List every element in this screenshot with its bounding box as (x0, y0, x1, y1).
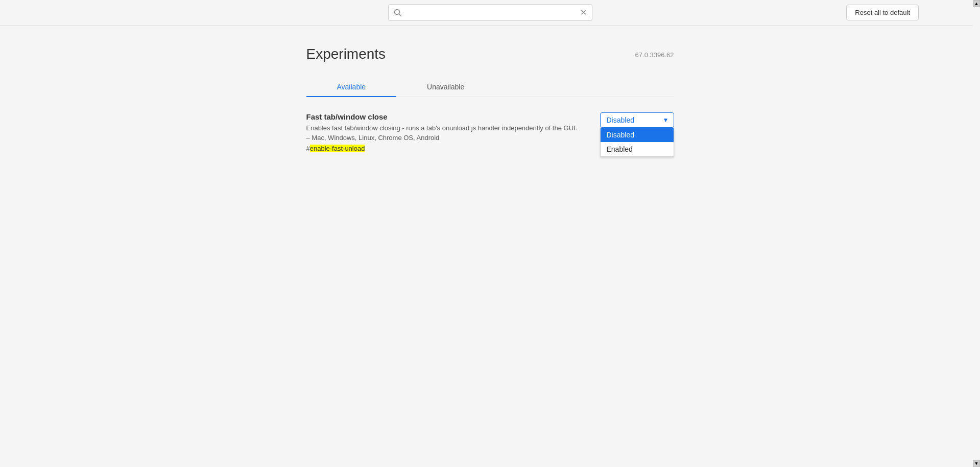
dropdown-container: Disabled Enabled ▼ Disabled Enabled (600, 112, 674, 128)
scrollbar-down-button[interactable]: ▼ (973, 460, 980, 467)
dropdown-option-disabled[interactable]: Disabled (601, 128, 674, 142)
tabs: Available Unavailable (306, 78, 674, 97)
flag-item: Fast tab/window close Enables fast tab/w… (306, 112, 674, 152)
reset-all-button[interactable]: Reset all to default (846, 5, 919, 20)
dropdown-open-list: Disabled Enabled (600, 128, 674, 157)
scrollbar-track: ▲ ▼ (973, 0, 980, 467)
dropdown-option-enabled[interactable]: Enabled (601, 142, 674, 156)
scrollbar-up-button[interactable]: ▲ (973, 0, 980, 7)
clear-icon[interactable]: ✕ (580, 8, 587, 17)
svg-line-1 (399, 14, 401, 16)
top-bar: enable-fast-unload ✕ Reset all to defaul… (0, 0, 980, 26)
flag-description: Enables fast tab/window closing - runs a… (306, 124, 590, 132)
search-input[interactable]: enable-fast-unload (406, 9, 576, 17)
flag-dropdown[interactable]: Disabled Enabled (600, 112, 674, 128)
main-content: Experiments 67.0.3396.62 Available Unava… (296, 26, 684, 173)
search-container: enable-fast-unload ✕ (388, 4, 592, 21)
flag-anchor: #enable-fast-unload (306, 145, 590, 152)
search-icon (394, 9, 402, 17)
flag-anchor-text[interactable]: enable-fast-unload (310, 145, 365, 152)
tab-unavailable[interactable]: Unavailable (396, 78, 495, 97)
tab-available[interactable]: Available (306, 78, 397, 97)
flag-platforms: – Mac, Windows, Linux, Chrome OS, Androi… (306, 134, 590, 142)
version-text: 67.0.3396.62 (635, 46, 674, 59)
tabs-container: Available Unavailable (306, 78, 674, 97)
page-title: Experiments (306, 46, 386, 62)
flag-name: Fast tab/window close (306, 112, 590, 121)
flag-anchor-prefix: # (306, 145, 310, 152)
page-header: Experiments 67.0.3396.62 (306, 46, 674, 62)
flag-info: Fast tab/window close Enables fast tab/w… (306, 112, 590, 152)
